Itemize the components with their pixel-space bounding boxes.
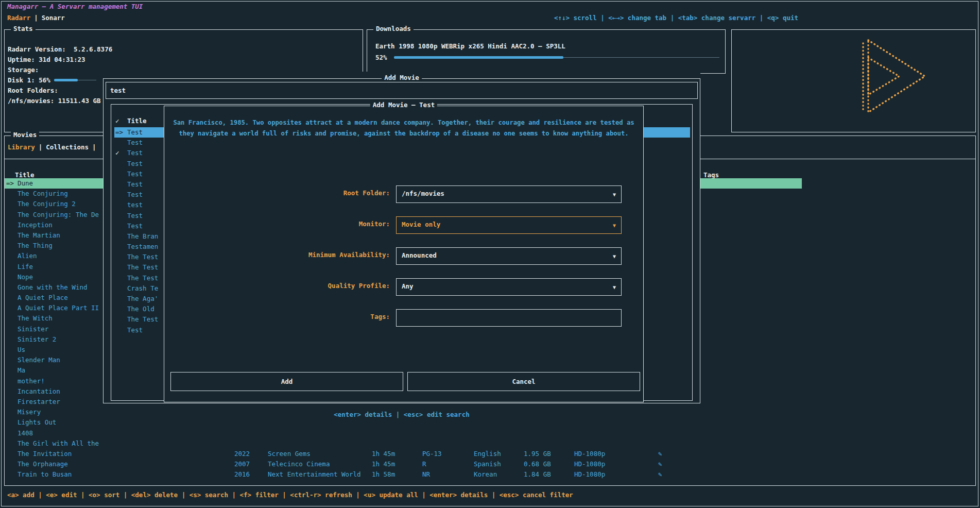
movie-title: Train to Busan [18,469,102,480]
uptime: Uptime: 31d 04:31:23 [8,55,85,65]
movie-size: 1.95 GB [524,449,551,459]
form-field-row: Monitor: Movie only ▼ [164,216,643,234]
result-title: The Aga' [127,294,158,304]
result-title: The Test [127,273,158,283]
movie-quality-profile: HD-1080p [574,459,605,469]
column-header-title: Title [127,116,147,126]
global-keybinds-help: <↑↓> scroll | <←→> change tab | <tab> ch… [554,14,798,22]
result-title: The Test [127,314,158,325]
movie-row[interactable]: The Invitation 2022 Screen Gems 1h 45m P… [5,449,802,459]
servarr-tabs: Radarr|Sonarr [7,14,65,22]
result-prefix: ✓ [115,148,119,158]
monitored-icon: ✎ [658,459,662,469]
form-field-row: Minimum Availability: Announced ▼ [164,247,643,265]
add-movie-modal-title: Add Movie — Test [370,101,437,109]
movie-size: 1.84 GB [524,469,551,480]
movie-title: Lights Out [18,417,102,428]
result-title: The Bran [127,231,158,242]
form-field-row: Quality Profile: Any ▼ [164,278,643,296]
movie-year: 2022 [234,449,250,459]
root-folder-value: /nfs/movies: 11511.43 GB [8,96,101,106]
footer-keybinds-help: <a> add | <e> edit | <o> sort | <del> de… [7,491,573,499]
result-title: Testamen [127,242,158,252]
result-title: test [127,200,143,210]
movie-runtime: 1h 45m [372,459,395,469]
tab-library[interactable]: Library [8,143,35,151]
field-value: Any [402,282,414,290]
movie-studio: Screen Gems [268,449,311,459]
storage-label: Storage: [8,65,39,75]
field-value: Movie only [402,221,440,228]
result-title: Test [127,211,143,221]
radarr-version: Radarr Version: 5.2.6.8376 [8,44,112,55]
result-title: Test [127,159,143,169]
disk-usage-gauge [54,75,96,86]
movie-language: Spanish [474,459,501,469]
field-label: Root Folder: [343,189,390,197]
movie-studio: Telecinco Cinema [268,459,330,469]
movie-title: Slender Man [18,355,102,365]
field-input[interactable] [396,309,622,327]
tab-separator: | [39,143,43,151]
movie-title: Nope [18,272,102,282]
tab-sonarr[interactable]: Sonarr [42,14,65,22]
result-title: Crash Te [127,283,158,294]
field-label: Quality Profile: [328,282,390,290]
download-item-name: Earth 1998 1080p WEBRip x265 Hindi AAC2.… [375,41,565,52]
movies-panel-title: Movies [11,131,39,139]
movie-quality-profile: HD-1080p [574,469,605,480]
movie-certification: NR [422,469,430,480]
result-prefix: => [115,127,123,138]
result-title: Test [127,138,143,148]
movie-overview-text: San Francisco, 1985. Two opposites attra… [171,117,636,139]
movie-title: Incantation [18,386,102,397]
movie-title: Dune [18,178,102,189]
selection-arrow: => [6,178,14,189]
add-movie-popup-title: Add Movie [382,74,422,81]
movie-title: The Conjuring: The De [18,210,102,220]
form-field-row: Tags: [164,309,643,327]
field-input[interactable]: Movie only ▼ [396,216,622,234]
movie-language: Korean [474,469,497,480]
movie-title: Sinister 2 [18,334,102,345]
gauge-fill [394,56,563,59]
movie-studio: Next Entertainment World [268,469,361,480]
monitored-icon: ✎ [658,449,662,459]
disk-usage-label: Disk 1: 56% [8,75,50,86]
movie-certification: R [422,459,426,469]
field-input[interactable]: Any ▼ [396,278,622,296]
movie-row[interactable]: Train to Busan 2016 Next Entertainment W… [5,469,802,480]
tab-collections[interactable]: Collections [46,143,89,151]
movie-certification: PG-13 [422,449,442,459]
form-field-row: Root Folder: /nfs/movies ▼ [164,185,643,203]
stats-panel-title: Stats [11,25,36,32]
add-movie-form: Root Folder: /nfs/movies ▼ Monitor: Movi… [164,185,643,340]
download-progress-gauge [394,53,719,63]
movie-title: Sinister [18,324,102,334]
movie-title: A Quiet Place Part II [18,303,102,313]
movie-title: Misery [18,407,102,417]
movie-title: Alien [18,251,102,261]
movie-runtime: 1h 58m [372,469,395,480]
app-title: Managarr — A Servarr management TUI [7,3,143,10]
tab-radarr[interactable]: Radarr [7,14,30,22]
field-input[interactable]: Announced ▼ [396,247,622,265]
cancel-button[interactable]: Cancel [407,372,640,391]
field-label: Minimum Availability: [308,251,390,259]
movie-year: 2007 [234,459,250,469]
field-label: Monitor: [359,220,390,228]
add-button[interactable]: Add [170,372,403,391]
result-title: The Test [127,262,158,273]
movie-language: English [474,449,501,459]
movie-search-input[interactable] [110,82,687,98]
result-title: Test [127,190,143,200]
field-value: Announced [402,251,437,259]
managarr-play-logo-icon [848,36,935,116]
movie-title: Gone with the Wind [18,282,102,293]
movie-year: 2016 [234,469,250,480]
movie-runtime: 1h 45m [372,449,395,459]
movie-title: Life [18,262,102,272]
movie-row[interactable]: The Orphanage 2007 Telecinco Cinema 1h 4… [5,459,802,469]
download-percent-label: 52% [375,53,387,63]
field-input[interactable]: /nfs/movies ▼ [396,185,622,203]
